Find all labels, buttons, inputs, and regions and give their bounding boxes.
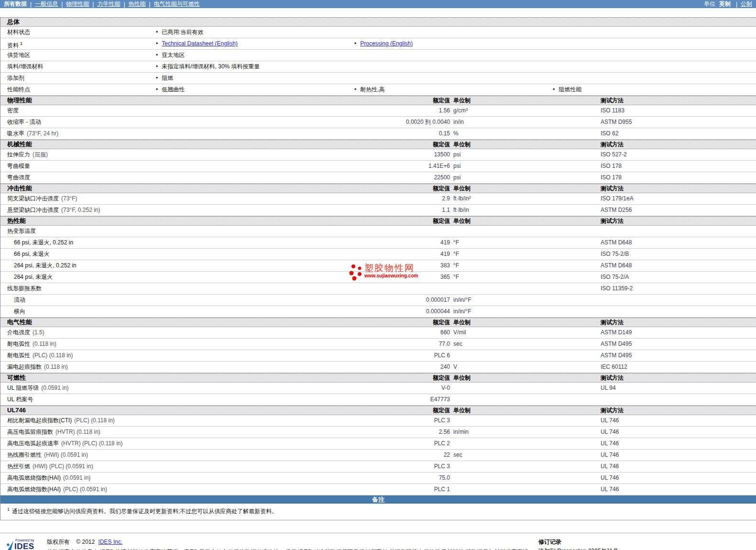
property-condition: (0.118 in)	[33, 341, 56, 347]
table-row: 悬壁梁缺口冲击强度(73°F, 0.252 in) 1.1 ft·lb/in A…	[0, 205, 756, 216]
table-row: 线形膨胀系数 ISO 11359-2	[0, 283, 756, 295]
nav-all-data[interactable]: 所有数据	[4, 0, 27, 8]
column-header-value: 额定值	[335, 217, 450, 225]
nav-mechanical[interactable]: 力学性能	[97, 0, 120, 8]
table-row: 高电弧燃烧指数(HAI)(PLC) (0.0591 in) PLC 1 UL 7…	[0, 484, 756, 495]
column-header-value: 额定值	[335, 374, 450, 382]
table-row: 供货地区 亚太地区	[0, 50, 756, 61]
test-method: ISO 179/1eA	[597, 193, 756, 204]
ides-inc-link[interactable]: IDES Inc.	[99, 539, 123, 545]
property-value: 0.0020 到 0.0040	[335, 117, 450, 128]
property-value: PLC 2	[335, 438, 450, 449]
ides-logo[interactable]: Powered by IDES	[5, 538, 40, 550]
bullet-item: 阻燃性能	[553, 86, 581, 93]
property-unit: V/mil	[450, 327, 597, 338]
table-row: 264 psi, 未退火 365 °F ISO 75-2/A	[0, 272, 756, 283]
revision-added: 添加到 Prospector: 2005年11月	[538, 547, 751, 550]
property-unit	[450, 383, 597, 394]
property-condition: (0.118 in)	[44, 363, 68, 370]
test-method: ASTM D256	[597, 205, 756, 216]
table-row: 66 psi, 未退火 419 °F ISO 75-2/B	[0, 249, 756, 260]
test-method	[597, 394, 756, 405]
notes-bar: 备注	[0, 495, 756, 504]
property-label: 密度	[7, 107, 19, 114]
table-row: 流动 0.000017 in/in/°F	[0, 295, 756, 306]
table-row: 介电强度(1.5) 660 V/mil ASTM D149	[0, 327, 756, 339]
property-value: 365	[335, 272, 450, 283]
revision-title: 修订记录	[538, 538, 751, 546]
property-unit: g/cm³	[450, 105, 597, 116]
table-row: 吸水率(73°F, 24 hr) 0.15 % ISO 62	[0, 128, 756, 140]
property-unit: °F	[450, 260, 597, 271]
property-value: E47773	[335, 394, 450, 405]
property-value: 419	[335, 237, 450, 248]
table-row: 资料1 Technical Datasheet (English) Proces…	[0, 38, 756, 50]
technical-datasheet-link[interactable]: Technical Datasheet (English)	[162, 40, 238, 47]
section-title: 物理性能	[7, 97, 32, 104]
nav-physical[interactable]: 物理性能	[66, 0, 89, 8]
property-condition: (PLC) (0.0591 in)	[63, 486, 107, 493]
revision-history: 修订记录 添加到 Prospector: 2005年11月 上次更新: 2010…	[538, 538, 751, 550]
property-table: 总体 材料状态 已商用:当前有效 资料1 Technical Datasheet…	[0, 17, 756, 495]
table-row: 横向 0.000044 in/in/°F	[0, 306, 756, 318]
table-row: 拉伸应力(屈服) 13500 psi ISO 527-2	[0, 149, 756, 161]
column-header-method: 测试方法	[597, 217, 756, 225]
table-row: UL 档案号 E47773	[0, 394, 756, 406]
footer: Powered by IDES 版权所有 © 2012 IDES Inc. 此数…	[0, 533, 756, 550]
test-method: ASTM D495	[597, 339, 756, 350]
property-value	[335, 283, 450, 294]
property-unit: psi	[450, 161, 597, 172]
property-value: PLC 1	[335, 484, 450, 495]
table-row: 漏电起痕指数(0.118 in) 240 V IEC 60112	[0, 362, 756, 373]
column-header-unit: 单位制	[450, 96, 597, 105]
test-method: ISO 11359-2	[597, 283, 756, 294]
copyright-year: © 2012	[76, 539, 95, 545]
bullet-item: 阻燃	[156, 75, 173, 81]
test-method: ASTM D495	[597, 350, 756, 361]
bullet-item: 耐热性,高	[354, 86, 385, 93]
footnote-text: 通过这些链接您能够访问供应商资料。我们尽量保证及时更新资料;不过您可以从供应商处…	[12, 508, 277, 515]
table-row: 弯曲强度 22500 psi ISO 178	[0, 172, 756, 184]
property-label: 耐电弧性	[7, 352, 30, 359]
property-label: 横向	[14, 308, 25, 315]
property-value: 660	[335, 327, 450, 338]
property-unit	[450, 394, 597, 405]
table-row: 相比耐漏电起痕指数(CTI)(PLC) (0.118 in) PLC 3 UL …	[0, 415, 756, 427]
nav-electrical-flammability[interactable]: 电气性能与可燃性	[154, 0, 200, 8]
nav-thermal[interactable]: 热性能	[129, 0, 146, 8]
section-title: 总体	[7, 18, 20, 25]
property-condition: (PLC) (0.118 in)	[74, 417, 114, 424]
property-value: 13500	[335, 149, 450, 160]
property-label: 高电弧燃烧指数(HAI)	[7, 474, 61, 481]
test-method: UL 746	[597, 450, 756, 461]
nav-general-info[interactable]: 一般信息	[35, 0, 58, 8]
column-header-method: 测试方法	[597, 374, 756, 382]
property-unit: ft·lb/in	[450, 205, 597, 216]
ides-logo-text: IDES	[14, 542, 34, 550]
property-label: 线形膨胀系数	[7, 285, 42, 292]
unit-imperial-current[interactable]: 英制	[719, 0, 731, 8]
property-label: 资料	[7, 42, 19, 49]
column-header-value: 额定值	[335, 184, 450, 193]
property-condition: (HWI) (0.0591 in)	[44, 451, 88, 458]
property-unit	[450, 484, 597, 495]
column-header-method: 测试方法	[597, 96, 756, 105]
bullet-item: 低翘曲性	[156, 86, 185, 93]
property-condition: (屈服)	[33, 151, 48, 158]
copyright-block: 版权所有 © 2012 IDES Inc. 此数据表中的信息由 IDES 从该材…	[47, 538, 534, 550]
test-method: ISO 178	[597, 172, 756, 183]
property-value: 2.56	[335, 427, 450, 438]
property-label: 性能特点	[0, 84, 149, 95]
property-value: PLC 6	[335, 350, 450, 361]
bullet-item: 已商用:当前有效	[156, 29, 204, 35]
nav-links: 所有数据| 一般信息| 物理性能| 力学性能| 热性能| 电气性能与可燃性	[4, 0, 200, 8]
unit-separator: |	[736, 1, 737, 8]
property-unit: in/in/°F	[450, 306, 597, 317]
property-unit	[450, 438, 597, 449]
column-header-unit: 单位制	[450, 217, 597, 225]
unit-metric-link[interactable]: 公制	[741, 0, 752, 8]
processing-link[interactable]: Processing (English)	[360, 40, 413, 47]
property-value: V-0	[335, 383, 450, 394]
property-label: 264 psi, 未退火	[14, 274, 53, 280]
property-condition: (0.0591 in)	[41, 385, 68, 391]
